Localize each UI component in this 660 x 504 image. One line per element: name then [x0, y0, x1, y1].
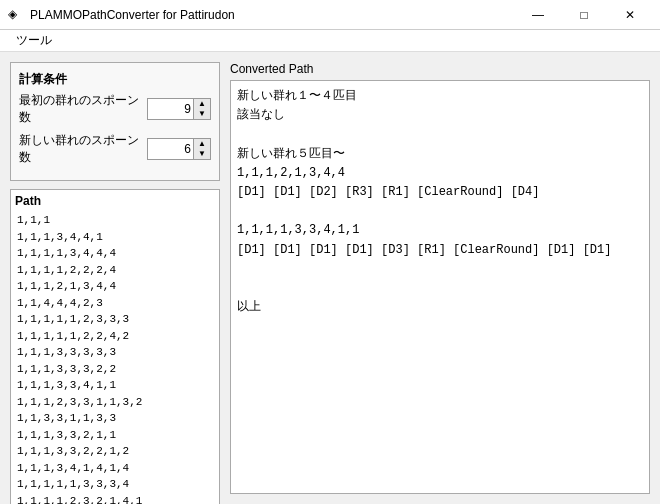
- list-item[interactable]: 1,1,1,3,3,4,1,1: [15, 377, 215, 394]
- empty-line: [237, 125, 643, 144]
- app-icon: ◈: [8, 7, 24, 23]
- left-panel: 計算条件 最初の群れのスポーン数 ▲ ▼ 新しい群れのスポーン数 ▲: [10, 62, 220, 494]
- list-item[interactable]: 1,1,4,4,4,2,3: [15, 295, 215, 312]
- list-item[interactable]: 1,1,3,3,1,1,3,3: [15, 410, 215, 427]
- path-listbox[interactable]: 1,1,11,1,1,3,4,4,11,1,1,1,3,4,4,41,1,1,1…: [15, 212, 215, 504]
- menu-bar: ツール: [0, 30, 660, 52]
- condition-row2-label: 新しい群れのスポーン数: [19, 132, 147, 166]
- converted-path-line: [D1] [D1] [D1] [D1] [D3] [R1] [ClearRoun…: [237, 241, 643, 260]
- converted-path-line: 該当なし: [237, 106, 643, 125]
- spawn-count-1-down[interactable]: ▼: [194, 109, 210, 119]
- spawn-count-1-up[interactable]: ▲: [194, 99, 210, 109]
- empty-line: [237, 260, 643, 279]
- title-bar-controls: — □ ✕: [516, 1, 652, 29]
- spawn-count-2-down[interactable]: ▼: [194, 149, 210, 159]
- title-bar-title: PLAMMOPathConverter for Pattirudon: [30, 8, 235, 22]
- converted-path-label: Converted Path: [230, 62, 650, 76]
- title-bar: ◈ PLAMMOPathConverter for Pattirudon — □…: [0, 0, 660, 30]
- list-item[interactable]: 1,1,1,3,3,2,1,1: [15, 427, 215, 444]
- converted-path-line: 1,1,1,2,1,3,4,4: [237, 164, 643, 183]
- spawn-count-1-spinner[interactable]: ▲ ▼: [147, 98, 211, 120]
- spawn-count-2-buttons: ▲ ▼: [193, 139, 210, 159]
- path-section: Path 1,1,11,1,1,3,4,4,11,1,1,1,3,4,4,41,…: [10, 189, 220, 504]
- list-item[interactable]: 1,1,1,3,3,3,2,2: [15, 361, 215, 378]
- converted-path-box[interactable]: 新しい群れ１〜４匹目該当なし新しい群れ５匹目〜1,1,1,2,1,3,4,4[D…: [230, 80, 650, 494]
- list-item[interactable]: 1,1,1,1,2,2,2,4: [15, 262, 215, 279]
- maximize-button[interactable]: □: [562, 1, 606, 29]
- condition-row1-label: 最初の群れのスポーン数: [19, 92, 147, 126]
- list-item[interactable]: 1,1,1,3,3,2,2,1,2: [15, 443, 215, 460]
- list-item[interactable]: 1,1,1,1,2,3,2,1,4,1: [15, 493, 215, 505]
- list-item[interactable]: 1,1,1,2,1,3,4,4: [15, 278, 215, 295]
- title-bar-left: ◈ PLAMMOPathConverter for Pattirudon: [8, 7, 235, 23]
- spawn-count-1-input[interactable]: [148, 99, 193, 119]
- converted-path-line: 1,1,1,1,3,3,4,1,1: [237, 221, 643, 240]
- spawn-count-2-up[interactable]: ▲: [194, 139, 210, 149]
- list-item[interactable]: 1,1,1: [15, 212, 215, 229]
- converted-path-line: 以上: [237, 298, 643, 317]
- list-item[interactable]: 1,1,1,1,1,3,3,3,4: [15, 476, 215, 493]
- calc-conditions-title: 計算条件: [19, 71, 211, 88]
- minimize-button[interactable]: —: [516, 1, 560, 29]
- list-item[interactable]: 1,1,1,3,3,3,3,3: [15, 344, 215, 361]
- list-item[interactable]: 1,1,1,1,3,4,4,4: [15, 245, 215, 262]
- path-section-title: Path: [15, 194, 215, 208]
- list-item[interactable]: 1,1,1,3,4,4,1: [15, 229, 215, 246]
- calc-conditions: 計算条件 最初の群れのスポーン数 ▲ ▼ 新しい群れのスポーン数 ▲: [10, 62, 220, 181]
- main-content: 計算条件 最初の群れのスポーン数 ▲ ▼ 新しい群れのスポーン数 ▲: [0, 52, 660, 504]
- list-item[interactable]: 1,1,1,3,4,1,4,1,4: [15, 460, 215, 477]
- empty-line: [237, 279, 643, 298]
- right-panel: Converted Path 新しい群れ１〜４匹目該当なし新しい群れ５匹目〜1,…: [230, 62, 650, 494]
- spawn-count-1-buttons: ▲ ▼: [193, 99, 210, 119]
- condition-row-2: 新しい群れのスポーン数 ▲ ▼: [19, 132, 211, 166]
- list-item[interactable]: 1,1,1,1,1,2,3,3,3: [15, 311, 215, 328]
- condition-row-1: 最初の群れのスポーン数 ▲ ▼: [19, 92, 211, 126]
- list-item[interactable]: 1,1,1,2,3,3,1,1,3,2: [15, 394, 215, 411]
- list-item[interactable]: 1,1,1,1,1,2,2,4,2: [15, 328, 215, 345]
- converted-path-line: 新しい群れ１〜４匹目: [237, 87, 643, 106]
- converted-path-line: [D1] [D1] [D2] [R3] [R1] [ClearRound] [D…: [237, 183, 643, 202]
- spawn-count-2-input[interactable]: [148, 139, 193, 159]
- close-button[interactable]: ✕: [608, 1, 652, 29]
- menu-item-tools[interactable]: ツール: [8, 30, 60, 51]
- spawn-count-2-spinner[interactable]: ▲ ▼: [147, 138, 211, 160]
- converted-path-line: 新しい群れ５匹目〜: [237, 145, 643, 164]
- empty-line: [237, 202, 643, 221]
